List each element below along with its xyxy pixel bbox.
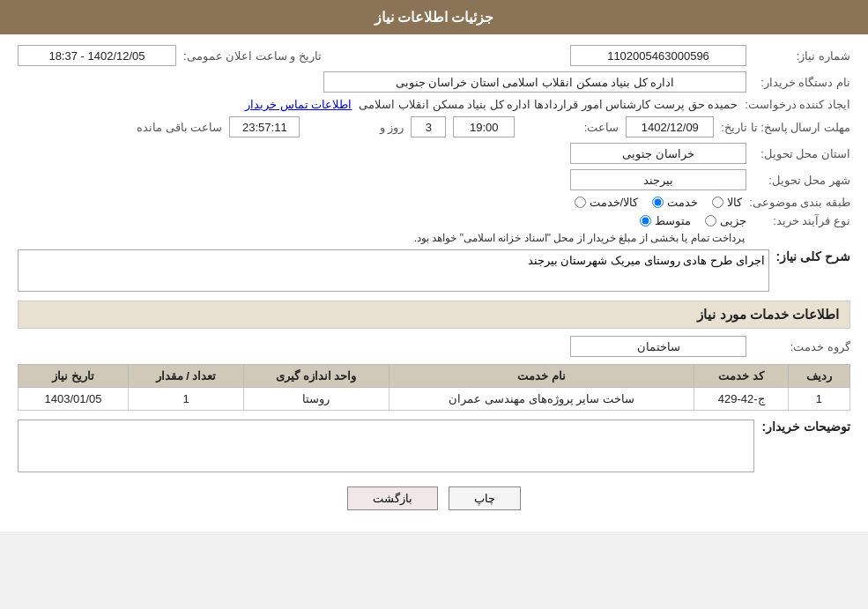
action-buttons: چاپ بازگشت <box>18 486 850 510</box>
cell-service-name: ساخت سایر پروژه‌های مهندسی عمران <box>389 388 694 411</box>
cell-row-number: 1 <box>788 388 849 411</box>
services-table: ردیف کد خدمت نام خدمت واحد اندازه گیری ت… <box>18 364 850 411</box>
col-date: تاریخ نیاز <box>19 365 129 388</box>
cell-service-code: ج-42-429 <box>694 388 788 411</box>
deadline-date-value: 1402/12/09 <box>626 116 714 137</box>
category-khadamat[interactable]: خدمت <box>652 196 698 209</box>
buyer-org-label: نام دستگاه خریدار: <box>753 76 850 89</box>
remaining-time: 23:57:11 <box>229 116 300 137</box>
delivery-province-label: استان محل تحویل: <box>753 147 850 160</box>
need-number-value: 1102005463000596 <box>570 45 746 66</box>
general-description-value[interactable] <box>18 249 769 292</box>
deadline-time-value: 19:00 <box>453 116 515 137</box>
delivery-city-label: شهر محل تحویل: <box>753 174 850 187</box>
category-label: طبقه بندی موضوعی: <box>749 196 850 209</box>
table-row: 1 ج-42-429 ساخت سایر پروژه‌های مهندسی عم… <box>19 388 850 411</box>
remaining-days-label: روز و <box>307 121 404 134</box>
remaining-days: 3 <box>411 116 446 137</box>
general-description-label: شرح کلی نیاز: <box>776 249 850 264</box>
category-radio-group: کالا خدمت کالا/خدمت <box>575 196 743 209</box>
purchase-type-radio-group: جزیی متوسط <box>640 214 746 227</box>
purchase-type-jozvi[interactable]: جزیی <box>705 214 746 227</box>
service-group-label: گروه خدمت: <box>753 340 850 353</box>
print-button[interactable]: چاپ <box>449 486 521 510</box>
col-service-code: کد خدمت <box>694 365 788 388</box>
deadline-label: مهلت ارسال پاسخ: تا تاریخ: <box>721 121 850 134</box>
delivery-city-value: بیرجند <box>570 169 746 190</box>
service-group-value: ساختمان <box>570 336 746 357</box>
buyer-notes-value[interactable] <box>18 420 754 472</box>
category-kala[interactable]: کالا <box>712 196 742 209</box>
buyer-notes-label: توضیحات خریدار: <box>761 420 850 434</box>
buyer-org-value: اداره کل بنیاد مسکن انقلاب اسلامی استان … <box>323 71 746 93</box>
col-unit: واحد اندازه گیری <box>243 365 389 388</box>
back-button[interactable]: بازگشت <box>347 486 438 510</box>
col-quantity: تعداد / مقدار <box>129 365 244 388</box>
purchase-type-mottasat[interactable]: متوسط <box>640 214 691 227</box>
page-header: جزئیات اطلاعات نیاز <box>0 0 868 34</box>
public-announce-label: تاریخ و ساعت اعلان عمومی: <box>183 49 322 63</box>
cell-unit: روستا <box>243 388 389 411</box>
remaining-suffix: ساعت باقی مانده <box>125 121 222 134</box>
purchase-note: پرداخت تمام یا بخشی از مبلغ خریدار از مح… <box>414 232 745 244</box>
cell-quantity: 1 <box>129 388 244 411</box>
need-number-label: شماره نیاز: <box>753 49 850 63</box>
delivery-province-value: خراسان جنوبی <box>570 143 746 164</box>
col-row-number: ردیف <box>788 365 849 388</box>
public-announce-value: 1402/12/05 - 18:37 <box>18 45 176 66</box>
services-section-header: اطلاعات خدمات مورد نیاز <box>18 301 850 329</box>
purchase-type-label: نوع فرآیند خرید: <box>753 214 850 227</box>
contact-link[interactable]: اطلاعات تماس خریدار <box>245 98 352 111</box>
category-kala-khadamat[interactable]: کالا/خدمت <box>575 196 639 209</box>
cell-date: 1403/01/05 <box>19 388 129 411</box>
creator-value: حمیده حق پرست کارشناس امور قراردادها ادا… <box>359 98 738 111</box>
col-service-name: نام خدمت <box>389 365 694 388</box>
deadline-time-label: ساعت: <box>522 121 619 134</box>
creator-label: ایجاد کننده درخواست: <box>745 98 850 111</box>
